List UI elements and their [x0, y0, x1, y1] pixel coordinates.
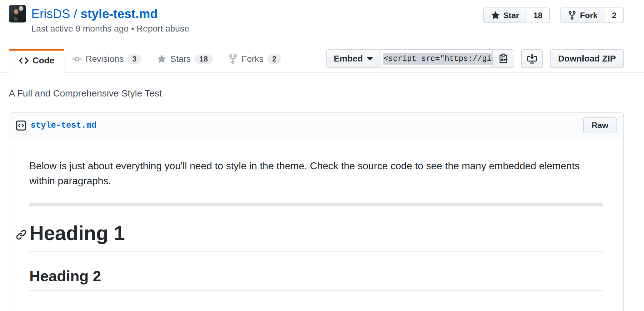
embed-dropdown-button[interactable]: Embed [326, 49, 380, 68]
fork-label: Fork [580, 11, 597, 20]
tabs-nav: Code Revisions 3 Stars 18 Forks 2 [9, 47, 289, 72]
fork-count[interactable]: 2 [605, 7, 624, 23]
link-anchor-icon[interactable] [16, 229, 27, 240]
heading-2: Heading 2 [29, 267, 603, 291]
star-icon [491, 11, 500, 20]
star-count[interactable]: 18 [526, 7, 550, 23]
fork-button[interactable]: Fork [560, 7, 605, 23]
avatar[interactable] [9, 5, 26, 22]
intro-paragraph: Below is just about everything you'll ne… [29, 158, 603, 188]
report-abuse-link[interactable]: Report abuse [137, 24, 189, 33]
header-left: ErisDS / style-test.md Last active 9 mon… [9, 5, 189, 34]
embed-code-text: <script src="https://gist. [383, 53, 492, 65]
tab-stars-label: Stars [170, 54, 191, 64]
heading-2-text: Heading 2 [29, 268, 101, 284]
horizontal-rule [29, 203, 603, 206]
fork-icon [567, 11, 577, 20]
tab-stars[interactable]: Stars 18 [149, 47, 220, 72]
tab-bar: Code Revisions 3 Stars 18 Forks 2 Embed [0, 47, 644, 73]
embed-input-group: Embed <script src="https://gist. [326, 49, 514, 68]
stars-counter: 18 [194, 54, 213, 64]
star-button[interactable]: Star [483, 7, 527, 23]
caret-down-icon [367, 57, 373, 61]
tab-revisions[interactable]: Revisions 3 [64, 47, 149, 72]
desktop-download-icon [527, 53, 537, 64]
embed-controls: Embed <script src="https://gist. Downloa… [326, 49, 624, 68]
tab-forks-label: Forks [242, 54, 264, 64]
clipboard-copy-icon [498, 53, 509, 64]
markdown-body: Below is just about everything you'll ne… [9, 138, 623, 311]
tab-forks[interactable]: Forks 2 [220, 47, 289, 72]
star-icon [157, 54, 167, 64]
owner-link[interactable]: ErisDS [31, 7, 70, 21]
forks-counter: 2 [267, 54, 281, 64]
gist-header: ErisDS / style-test.md Last active 9 mon… [0, 0, 644, 34]
heading-1: Heading 1 [29, 221, 603, 252]
page-title: ErisDS / style-test.md [31, 5, 189, 22]
raw-button[interactable]: Raw [583, 117, 617, 133]
tab-code-label: Code [33, 56, 54, 66]
revisions-counter: 3 [127, 54, 141, 64]
star-label: Star [503, 11, 519, 20]
fork-group: Fork 2 [560, 7, 624, 23]
gist-page: ErisDS / style-test.md Last active 9 mon… [0, 0, 644, 311]
heading-1-text: Heading 1 [29, 222, 125, 244]
gist-description: A Full and Comprehensive Style Test [9, 88, 624, 99]
main-content: A Full and Comprehensive Style Test styl… [0, 88, 644, 311]
file-box: style-test.md Raw Below is just about ev… [9, 112, 624, 311]
star-group: Star 18 [483, 7, 550, 23]
title-separator: / [70, 7, 80, 21]
code-icon [19, 56, 29, 66]
gist-subtitle: Last active 9 months ago•Report abuse [31, 24, 189, 34]
copy-to-clipboard-button[interactable] [492, 49, 514, 68]
last-active-text: Last active 9 months ago [31, 24, 128, 33]
download-button[interactable] [521, 49, 543, 68]
file-code-icon [16, 120, 26, 131]
embed-dropdown-label: Embed [334, 54, 363, 64]
gist-filename-link[interactable]: style-test.md [81, 7, 158, 21]
file-name-link[interactable]: style-test.md [31, 121, 97, 130]
header-actions: Star 18 Fork 2 [483, 5, 624, 23]
file-info: style-test.md [16, 120, 97, 131]
tab-code[interactable]: Code [9, 49, 64, 73]
dot-separator: • [131, 24, 134, 33]
embed-code-input[interactable]: <script src="https://gist. [380, 49, 492, 68]
file-header: style-test.md Raw [9, 113, 623, 138]
fork-icon [228, 54, 238, 64]
tab-revisions-label: Revisions [86, 54, 123, 64]
download-zip-button[interactable]: Download ZIP [550, 49, 624, 68]
commit-icon [72, 54, 82, 64]
title-block: ErisDS / style-test.md Last active 9 mon… [31, 5, 189, 34]
